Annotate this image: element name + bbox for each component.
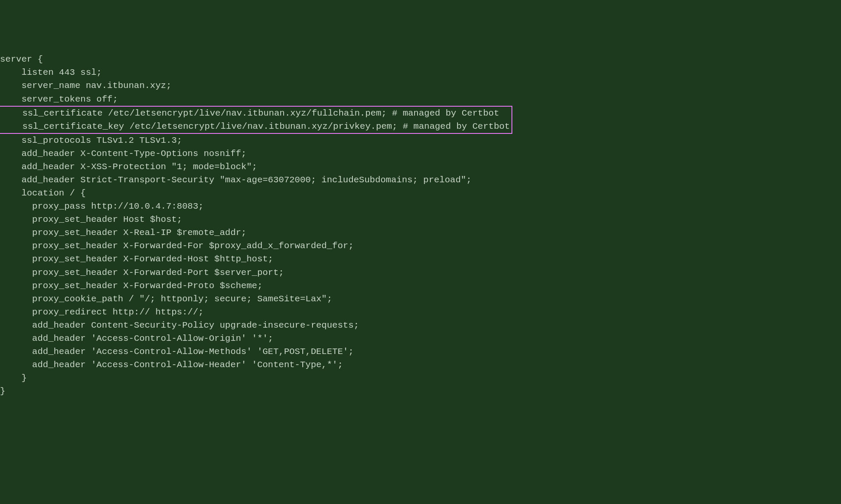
code-line: proxy_redirect http:// https://; (0, 306, 841, 319)
code-line: ssl_protocols TLSv1.2 TLSv1.3; (0, 134, 841, 147)
code-line: add_header X-XSS-Protection "1; mode=blo… (0, 160, 841, 173)
code-line: add_header Content-Security-Policy upgra… (0, 319, 841, 332)
code-line: } (0, 371, 841, 385)
code-line: location / { (0, 187, 841, 200)
code-line: add_header X-Content-Type-Options nosnif… (0, 147, 841, 160)
code-line: server { (0, 53, 841, 66)
code-line: proxy_set_header X-Real-IP $remote_addr; (0, 226, 841, 239)
code-line: add_header Strict-Transport-Security "ma… (0, 173, 841, 187)
code-line: ssl_certificate /etc/letsencrypt/live/na… (1, 107, 510, 120)
code-line: listen 443 ssl; (0, 66, 841, 79)
code-line: proxy_pass http://10.0.4.7:8083; (0, 200, 841, 213)
code-line: add_header 'Access-Control-Allow-Methods… (0, 345, 841, 358)
nginx-config-block: server { listen 443 ssl; server_name nav… (0, 53, 841, 398)
code-line: proxy_set_header X-Forwarded-Port $serve… (0, 266, 841, 279)
ssl-cert-highlight: ssl_certificate /etc/letsencrypt/live/na… (0, 106, 512, 134)
code-line: proxy_set_header Host $host; (0, 213, 841, 226)
code-line: server_tokens off; (0, 93, 841, 106)
code-line: proxy_set_header X-Forwarded-For $proxy_… (0, 239, 841, 252)
code-line: proxy_set_header X-Forwarded-Host $http_… (0, 252, 841, 266)
code-line: } (0, 385, 841, 398)
code-line: server_name nav.itbunan.xyz; (0, 79, 841, 92)
code-line: add_header 'Access-Control-Allow-Header'… (0, 358, 841, 371)
code-line: ssl_certificate_key /etc/letsencrypt/liv… (1, 120, 510, 133)
code-line: proxy_cookie_path / "/; httponly; secure… (0, 292, 841, 306)
code-line: proxy_set_header X-Forwarded-Proto $sche… (0, 279, 841, 292)
code-line: add_header 'Access-Control-Allow-Origin'… (0, 332, 841, 345)
